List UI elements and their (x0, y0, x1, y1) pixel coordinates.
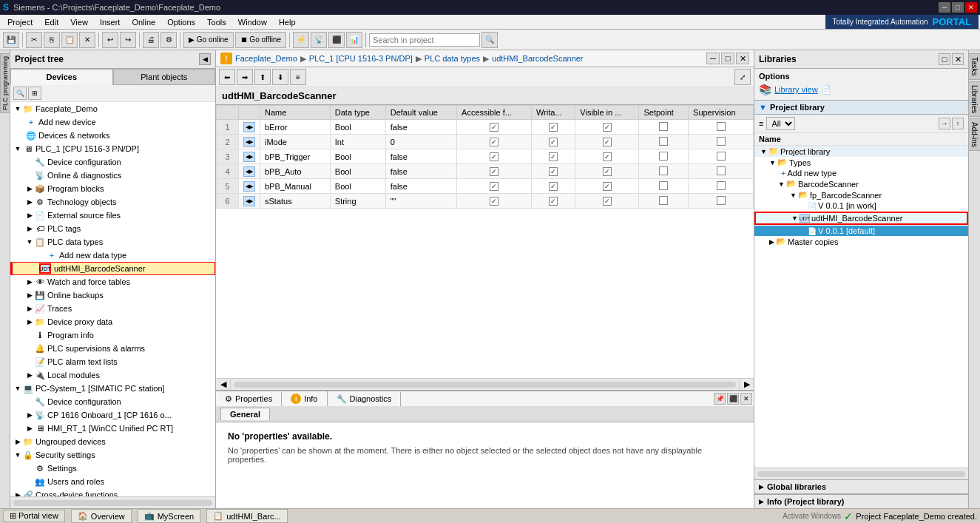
row-cb-set[interactable] (639, 194, 689, 209)
row-type[interactable]: Bool (330, 149, 385, 164)
row-cb-writ[interactable] (531, 164, 575, 179)
toggle-ext-icon[interactable]: ▶ (25, 211, 34, 220)
checkbox[interactable] (549, 123, 558, 132)
tree-item-plc-data-types[interactable]: ▼ 📋 PLC data types (10, 235, 215, 249)
row-cb-acc[interactable] (457, 120, 532, 135)
editor-btn-3[interactable]: ⬆ (254, 69, 271, 85)
print-btn[interactable]: 🖨 (143, 32, 159, 48)
tree-item-online-diag[interactable]: 📡 Online & diagnostics (10, 169, 215, 182)
toggle-traces-icon[interactable]: ▶ (25, 304, 34, 313)
info-lib-header[interactable]: ▶ Info (Project library) (754, 494, 968, 508)
tree-item-device-proxy[interactable]: ▶ 📁 Device proxy data (10, 315, 215, 328)
toggle-dt-icon[interactable]: ▼ (25, 237, 34, 246)
tree-item-security[interactable]: ▼ 🔒 Security settings (10, 448, 215, 462)
tree-item-pc-device-config[interactable]: 🔧 Device configuration (10, 395, 215, 408)
toggle-backup-icon[interactable]: ▶ (25, 291, 34, 300)
tree-item-udt-barcode[interactable]: UDT udtHMI_BarcodeScanner (10, 262, 215, 275)
tree-search-btn[interactable]: 🔍 (13, 87, 27, 100)
checkbox[interactable] (490, 182, 499, 191)
tab-diagnostics[interactable]: 🔧 Diagnostics (328, 392, 402, 406)
save-btn[interactable]: 💾 (3, 32, 19, 48)
toggle-security-icon[interactable]: ▼ (13, 451, 22, 459)
checkbox[interactable] (603, 152, 612, 161)
toggle-plc-icon[interactable]: ▼ (13, 144, 22, 153)
lib-view-label[interactable]: Library view (774, 85, 818, 94)
checkbox[interactable] (717, 196, 726, 205)
menu-project[interactable]: Project (1, 16, 38, 28)
row-cb-set[interactable] (639, 135, 689, 149)
row-name[interactable]: sStatus (260, 194, 331, 209)
row-cb-sup[interactable] (689, 194, 754, 209)
row-cb-vis[interactable] (575, 194, 639, 209)
toggle-cross-icon[interactable]: ▶ (13, 490, 22, 496)
breadcrumb-min-btn[interactable]: ─ (706, 53, 720, 64)
tree-item-traces[interactable]: ▶ 📈 Traces (10, 302, 215, 315)
toolbar-extra3[interactable]: ⬛ (328, 32, 345, 48)
checkbox[interactable] (717, 122, 726, 131)
lib-extra-btn[interactable]: 📄 (821, 85, 831, 95)
row-cb-sup[interactable] (689, 179, 754, 194)
toggle-icon[interactable]: ▼ (13, 104, 22, 113)
lib-item-v001-inwork[interactable]: 📄 V 0.0.1 [in work] (754, 200, 968, 211)
row-cb-acc[interactable] (457, 179, 532, 194)
breadcrumb-0[interactable]: Faceplate_Demo (235, 54, 297, 63)
bottom-pin-btn[interactable]: 📌 (714, 393, 726, 405)
row-type[interactable]: String (330, 194, 385, 209)
tree-item-plc-alarm-text[interactable]: 📝 PLC alarm text lists (10, 355, 215, 368)
toolbar-extra2[interactable]: 📡 (311, 32, 327, 48)
checkbox[interactable] (490, 197, 499, 206)
lib-item-types[interactable]: ▼ 📂 Types (754, 157, 968, 168)
delete-btn[interactable]: ✕ (79, 32, 95, 48)
col-visible[interactable]: Visible in ... (575, 106, 639, 120)
row-cb-sup[interactable] (689, 135, 754, 149)
toggle-pc-icon[interactable]: ▼ (13, 384, 22, 393)
lib-item-master-copies[interactable]: ▶ 📂 Master copies (754, 236, 968, 247)
checkbox[interactable] (659, 137, 668, 146)
tab-libraries[interactable]: Libraries (968, 81, 980, 117)
tree-item-plc1[interactable]: ▼ 🖥 PLC_1 [CPU 1516-3 PN/DP] (10, 142, 215, 155)
tab-tasks[interactable]: Tasks (968, 53, 980, 80)
search-input[interactable] (369, 33, 480, 47)
tree-item-settings[interactable]: ⚙ Settings (10, 462, 215, 475)
toggle-cp-icon[interactable]: ▶ (25, 411, 34, 419)
breadcrumb-close-btn[interactable]: ✕ (736, 53, 749, 64)
tree-item-pc-system[interactable]: ▼ 💻 PC-System_1 [SIMATIC PC station] (10, 382, 215, 395)
lib-close-btn[interactable]: ✕ (952, 53, 964, 65)
checkbox[interactable] (659, 196, 668, 205)
col-setpoint[interactable]: Setpoint (639, 106, 689, 120)
checkbox[interactable] (717, 166, 726, 175)
col-writable[interactable]: Writa... (531, 106, 575, 120)
row-cb-sup[interactable] (689, 120, 754, 135)
editor-right-btn[interactable]: ⤢ (734, 69, 751, 85)
lib-item-fp-barcode[interactable]: ▼ 📂 fp_BarcodeScanner (754, 189, 968, 200)
go-online-btn[interactable]: ▶ Go online (183, 32, 234, 48)
checkbox[interactable] (549, 167, 558, 176)
checkbox[interactable] (603, 167, 612, 176)
lib-toggle-types[interactable]: ▼ (769, 159, 776, 166)
lib-toggle-barcode[interactable]: ▼ (778, 180, 785, 188)
row-name[interactable]: bPB_Manual (260, 179, 331, 194)
row-cb-sup[interactable] (689, 164, 754, 179)
checkbox[interactable] (603, 197, 612, 206)
global-libs-header[interactable]: ▶ Global libraries (754, 480, 968, 493)
row-name[interactable]: bError (260, 120, 331, 135)
row-cb-acc[interactable] (457, 164, 532, 179)
checkbox[interactable] (659, 166, 668, 175)
checkbox[interactable] (490, 167, 499, 176)
tree-scrollbar[interactable] (10, 496, 215, 508)
tree-item-device-config[interactable]: 🔧 Device configuration (10, 155, 215, 169)
lib-toggle-root[interactable]: ▼ (760, 148, 767, 155)
checkbox[interactable] (717, 137, 726, 146)
tab-addins[interactable]: Add-ins (968, 118, 980, 151)
table-row[interactable]: 2◀▶iModeInt0 (217, 135, 754, 149)
col-type[interactable]: Data type (330, 106, 385, 120)
lib-item-barcode-folder[interactable]: ▼ 📂 BarcodeScanner (754, 178, 968, 189)
checkbox[interactable] (549, 197, 558, 206)
toolbar-extra1[interactable]: ⚡ (293, 32, 309, 48)
row-cb-vis[interactable] (575, 120, 639, 135)
row-name[interactable]: bPB_Auto (260, 164, 331, 179)
table-row[interactable]: 6◀▶sStatusString"" (217, 194, 754, 209)
tab-devices[interactable]: Devices (10, 69, 113, 85)
menu-options[interactable]: Options (161, 16, 201, 28)
tree-item-online-backups[interactable]: ▶ 💾 Online backups (10, 289, 215, 302)
